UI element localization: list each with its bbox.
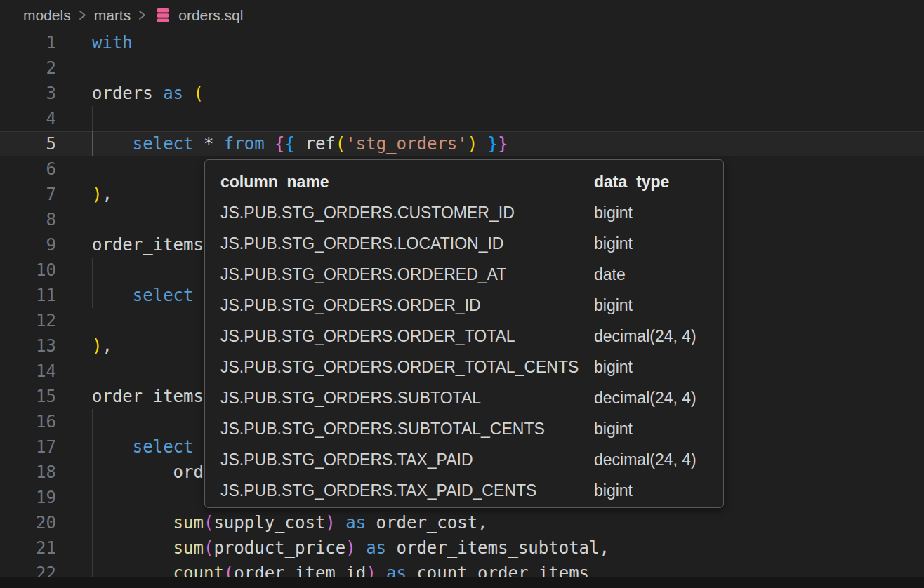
tooltip-cell-data-type: bigint	[594, 358, 723, 377]
line-number[interactable]: 7	[0, 182, 56, 207]
line-number[interactable]: 17	[0, 434, 56, 460]
line-number[interactable]: 5	[0, 131, 56, 156]
code-line[interactable]: 21 sum(product_price) as order_items_sub…	[0, 535, 924, 561]
tooltip-header-column-name: column_name	[220, 173, 594, 192]
indent-guide	[92, 485, 93, 510]
line-number[interactable]: 15	[0, 384, 56, 409]
line-number[interactable]: 12	[0, 308, 56, 333]
tooltip-row: JS.PUB.STG_ORDERS.SUBTOTALdecimal(24, 4)	[220, 382, 723, 413]
tooltip-cell-data-type: bigint	[594, 420, 723, 439]
code-text: sum(supply_cost) as order_cost,	[56, 510, 488, 535]
code-line[interactable]: 3orders as (	[0, 81, 924, 106]
code-line[interactable]: 4	[0, 106, 924, 131]
tooltip-row: JS.PUB.STG_ORDERS.ORDER_TOTAL_CENTSbigin…	[220, 352, 723, 382]
tooltip-row: JS.PUB.STG_ORDERS.LOCATION_IDbigint	[220, 228, 723, 259]
line-number[interactable]: 10	[0, 258, 56, 283]
code-text: ord	[56, 460, 204, 485]
tooltip-cell-data-type: bigint	[594, 481, 723, 500]
line-number[interactable]: 6	[0, 156, 56, 182]
tooltip-row: JS.PUB.STG_ORDERS.CUSTOMER_IDbigint	[220, 197, 723, 228]
breadcrumb-item-marts[interactable]: marts	[94, 7, 131, 24]
code-line[interactable]: 20 sum(supply_cost) as order_cost,	[0, 510, 924, 535]
code-text	[56, 409, 92, 434]
line-number[interactable]: 4	[0, 106, 56, 131]
indent-guide	[92, 106, 93, 131]
code-text	[56, 55, 92, 81]
code-line[interactable]: 2	[0, 55, 924, 81]
breadcrumb: models marts orders.sql	[0, 0, 924, 30]
code-text: select	[56, 434, 194, 460]
line-number[interactable]: 18	[0, 460, 56, 485]
code-text: orders as (	[56, 81, 204, 106]
indent-guide	[133, 485, 133, 510]
tooltip-cell-column-name: JS.PUB.STG_ORDERS.TAX_PAID	[220, 450, 594, 469]
breadcrumb-item-models[interactable]: models	[23, 7, 71, 24]
code-text: with	[56, 30, 133, 55]
tooltip-cell-data-type: bigint	[594, 296, 723, 315]
code-text: order_items	[56, 232, 204, 258]
tooltip-row: JS.PUB.STG_ORDERS.ORDER_TOTALdecimal(24,…	[220, 321, 723, 352]
code-text: sum(product_price) as order_items_subtot…	[56, 535, 609, 561]
line-number[interactable]: 3	[0, 81, 56, 106]
tooltip-cell-column-name: JS.PUB.STG_ORDERS.ORDER_TOTAL_CENTS	[220, 358, 594, 377]
code-text: select * from {{ ref('stg_orders') }}	[56, 131, 508, 156]
code-text: ),	[56, 182, 112, 207]
tooltip-cell-column-name: JS.PUB.STG_ORDERS.LOCATION_ID	[220, 234, 594, 253]
editor-bottom-edge	[0, 577, 924, 588]
tooltip-header-data-type: data_type	[594, 173, 723, 192]
code-text	[56, 156, 92, 182]
tooltip-row: JS.PUB.STG_ORDERS.TAX_PAID_CENTSbigint	[220, 475, 723, 506]
tooltip-cell-data-type: decimal(24, 4)	[594, 450, 723, 469]
tooltip-cell-data-type: decimal(24, 4)	[594, 389, 723, 408]
code-editor-window: models marts orders.sql 1with23orders as…	[0, 0, 924, 588]
code-text	[56, 359, 92, 384]
line-number[interactable]: 1	[0, 30, 56, 55]
tooltip-row: JS.PUB.STG_ORDERS.ORDERED_ATdate	[220, 259, 723, 290]
tooltip-cell-column-name: JS.PUB.STG_ORDERS.ORDER_ID	[220, 296, 594, 315]
column-info-tooltip: column_name data_type JS.PUB.STG_ORDERS.…	[204, 159, 724, 508]
breadcrumb-item-file[interactable]: orders.sql	[178, 7, 243, 24]
line-number[interactable]: 13	[0, 333, 56, 359]
code-text	[56, 485, 92, 510]
chevron-right-icon	[77, 9, 88, 21]
line-number[interactable]: 21	[0, 535, 56, 561]
code-line[interactable]: 1with	[0, 30, 924, 55]
line-number[interactable]: 9	[0, 232, 56, 258]
tooltip-cell-data-type: date	[594, 265, 723, 284]
tooltip-cell-data-type: bigint	[594, 203, 723, 222]
tooltip-cell-data-type: bigint	[594, 234, 723, 253]
line-number[interactable]: 16	[0, 409, 56, 434]
tooltip-header-row: column_name data_type	[220, 166, 723, 197]
tooltip-cell-column-name: JS.PUB.STG_ORDERS.CUSTOMER_ID	[220, 203, 594, 222]
tooltip-cell-data-type: decimal(24, 4)	[594, 327, 723, 346]
code-text	[56, 308, 92, 333]
tooltip-cell-column-name: JS.PUB.STG_ORDERS.SUBTOTAL	[220, 389, 594, 408]
code-text: select	[56, 283, 194, 308]
tooltip-row: JS.PUB.STG_ORDERS.SUBTOTAL_CENTSbigint	[220, 413, 723, 444]
line-number[interactable]: 2	[0, 55, 56, 81]
code-line-current[interactable]: 5 select * from {{ ref('stg_orders') }}	[0, 131, 924, 156]
line-number[interactable]: 8	[0, 207, 56, 232]
tooltip-row: JS.PUB.STG_ORDERS.ORDER_IDbigint	[220, 290, 723, 321]
code-text: order_items	[56, 384, 204, 409]
line-number[interactable]: 19	[0, 485, 56, 510]
indent-guide	[92, 409, 93, 434]
chevron-right-icon	[137, 9, 147, 21]
tooltip-rows: JS.PUB.STG_ORDERS.CUSTOMER_IDbigintJS.PU…	[220, 197, 723, 506]
code-text	[56, 258, 92, 283]
tooltip-row: JS.PUB.STG_ORDERS.TAX_PAIDdecimal(24, 4)	[220, 444, 723, 475]
line-number[interactable]: 11	[0, 283, 56, 308]
tooltip-cell-column-name: JS.PUB.STG_ORDERS.ORDERED_AT	[220, 265, 594, 284]
code-text: ),	[56, 333, 112, 359]
tooltip-cell-column-name: JS.PUB.STG_ORDERS.SUBTOTAL_CENTS	[220, 420, 594, 439]
line-number[interactable]: 20	[0, 510, 56, 535]
tooltip-cell-column-name: JS.PUB.STG_ORDERS.ORDER_TOTAL	[220, 327, 594, 346]
database-icon	[155, 7, 171, 24]
code-text	[56, 106, 92, 131]
indent-guide	[92, 258, 93, 283]
code-text	[56, 207, 92, 232]
tooltip-cell-column-name: JS.PUB.STG_ORDERS.TAX_PAID_CENTS	[220, 481, 594, 500]
line-number[interactable]: 14	[0, 359, 56, 384]
